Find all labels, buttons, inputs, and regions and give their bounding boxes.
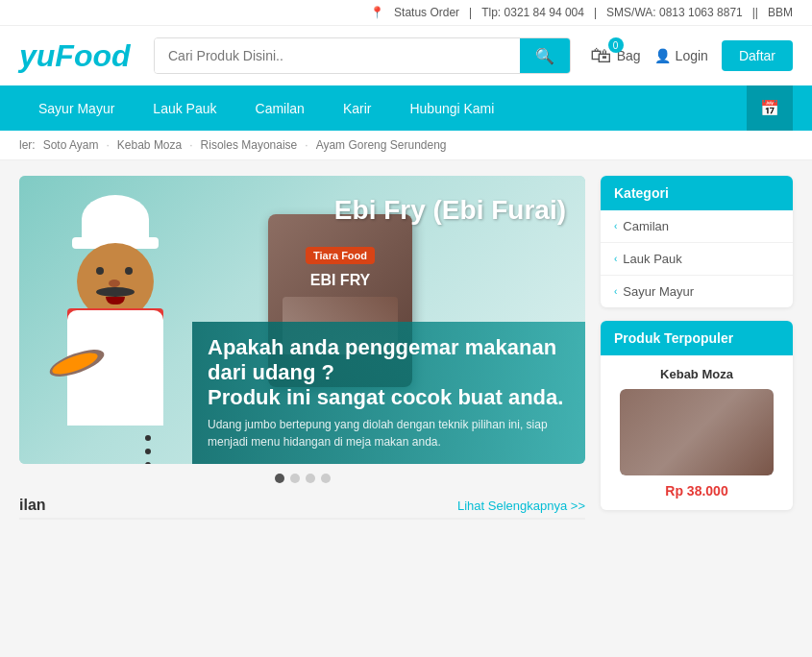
search-button[interactable]: 🔍 [520, 38, 570, 73]
popular-product-price: Rp 38.000 [612, 483, 781, 499]
chef-button-dots [145, 435, 151, 464]
hero-brand-label: Tiara Food [306, 247, 375, 264]
kategori-lauk-pauk[interactable]: ‹ Lauk Pauk [601, 243, 793, 276]
slider-dot-4[interactable] [321, 474, 331, 483]
popular-product-image[interactable] [620, 389, 774, 475]
breadcrumb-item-ayam[interactable]: Ayam Goreng Serundeng [316, 138, 447, 152]
register-button[interactable]: Daftar [722, 40, 793, 71]
breadcrumb-sep1: · [107, 138, 110, 152]
hero-title-overlay: Ebi Fry (Ebi Furai) [334, 195, 566, 226]
chef-eye-right [125, 267, 133, 275]
hero-description: Udang jumbo bertepung yang diolah dengan… [208, 416, 570, 450]
user-icon: 👤 [654, 48, 671, 63]
kategori-widget: Kategori ‹ Camilan ‹ Lauk Pauk ‹ Sayur M… [601, 176, 793, 307]
popular-header: Produk Terpopuler [601, 321, 793, 355]
divider2: | [594, 6, 597, 19]
pin-icon: 📍 [370, 6, 384, 19]
kategori-camilan[interactable]: ‹ Camilan [601, 210, 793, 243]
hero-product-name: EBI FRY [310, 272, 371, 289]
hero-section: Tiara Food EBI FRY Ebi Fry (Ebi Furai) A… [19, 176, 585, 523]
breadcrumb-sep3: · [305, 138, 308, 152]
popular-product-item: Kebab Moza Rp 38.000 [601, 355, 793, 510]
hero-headline-1: Apakah anda penggemar makanan dari udang… [208, 335, 556, 384]
button-dot-3 [145, 462, 151, 464]
breadcrumb-item-soto[interactable]: Soto Ayam [43, 138, 99, 152]
search-bar: 🔍 [154, 37, 571, 74]
chef-illustration [19, 176, 211, 464]
button-dot-2 [145, 449, 151, 454]
kategori-sayur-mayur-label: Sayur Mayur [623, 284, 694, 299]
cart-count: 0 [608, 37, 624, 53]
status-order[interactable]: Status Order [394, 6, 459, 19]
header: yuFood 🔍 🛍 0 Bag 👤 Login Daftar [0, 26, 812, 85]
chef-figure [34, 195, 197, 464]
arrow-icon-camilan: ‹ [614, 221, 617, 231]
product-image-inner [620, 389, 774, 475]
divider3: || [752, 6, 758, 19]
hero-background: Tiara Food EBI FRY Ebi Fry (Ebi Furai) A… [19, 176, 585, 464]
nav-calendar-icon[interactable]: 📅 [747, 85, 793, 131]
kategori-sayur-mayur[interactable]: ‹ Sayur Mayur [601, 276, 793, 307]
button-dot-1 [145, 435, 151, 441]
cart-button[interactable]: 🛍 0 Bag [590, 43, 641, 68]
slider-dot-2[interactable] [290, 474, 300, 483]
arrow-icon-sayur: ‹ [614, 286, 617, 297]
nav-item-camilan[interactable]: Camilan [236, 87, 324, 130]
search-input[interactable] [155, 38, 520, 73]
see-all-link[interactable]: Lihat Selengkapnya >> [457, 499, 585, 513]
chef-mouth [106, 297, 125, 304]
sms-wa: SMS/WA: 0813 1063 8871 [606, 6, 743, 19]
kategori-camilan-label: Camilan [623, 219, 669, 233]
slider-dot-3[interactable] [306, 474, 315, 483]
kategori-header: Kategori [601, 176, 793, 210]
bbm: BBM [768, 6, 793, 19]
breadcrumb-label: ler: [19, 138, 36, 152]
login-button[interactable]: 👤 Login [654, 48, 708, 63]
chef-hat [82, 195, 149, 243]
chef-nose [109, 280, 120, 287]
chef-eye-left [96, 267, 104, 275]
chef-mustache [96, 287, 135, 297]
slider-dots [19, 474, 585, 483]
top-bar: 📍 Status Order | Tlp: 0321 84 94 004 | S… [0, 0, 812, 26]
hero-headline: Apakah anda penggemar makanan dari udang… [208, 335, 570, 410]
right-sidebar: Kategori ‹ Camilan ‹ Lauk Pauk ‹ Sayur M… [601, 176, 793, 523]
hero-headline-2: Produk ini sangat cocok buat anda. [208, 385, 563, 409]
nav-item-hubungi-kami[interactable]: Hubungi Kami [390, 87, 513, 130]
arrow-icon-lauk: ‹ [614, 254, 617, 264]
slider-dot-1[interactable] [275, 474, 284, 483]
hero-main-title: Ebi Fry (Ebi Furai) [334, 195, 566, 226]
nav-item-karir[interactable]: Karir [324, 87, 391, 130]
section-title: ilan [19, 497, 46, 514]
breadcrumb-sep2: · [189, 138, 192, 152]
kategori-lauk-pauk-label: Lauk Pauk [623, 252, 681, 266]
divider: | [469, 6, 472, 19]
nav-item-sayur-mayur[interactable]: Sayur Mayur [19, 87, 134, 130]
breadcrumb: ler: Soto Ayam · Kebab Moza · Risoles Ma… [0, 131, 812, 160]
login-label: Login [676, 48, 708, 63]
main-content: Tiara Food EBI FRY Ebi Fry (Ebi Furai) A… [0, 160, 812, 539]
logo[interactable]: yuFood [19, 38, 135, 74]
popular-widget: Produk Terpopuler Kebab Moza Rp 38.000 [601, 321, 793, 510]
hero-slider: Tiara Food EBI FRY Ebi Fry (Ebi Furai) A… [19, 176, 585, 464]
breadcrumb-item-risoles[interactable]: Risoles Mayonaise [201, 138, 298, 152]
section-header: ilan Lihat Selengkapnya >> [19, 497, 585, 520]
main-nav: Sayur Mayur Lauk Pauk Camilan Karir Hubu… [0, 85, 812, 131]
header-actions: 🛍 0 Bag 👤 Login Daftar [590, 40, 793, 71]
breadcrumb-item-kebab[interactable]: Kebab Moza [117, 138, 182, 152]
hero-text-overlay: Apakah anda penggemar makanan dari udang… [192, 322, 585, 464]
nav-item-lauk-pauk[interactable]: Lauk Pauk [134, 87, 235, 130]
phone-number: Tlp: 0321 84 94 004 [481, 6, 584, 19]
popular-product-name[interactable]: Kebab Moza [612, 367, 781, 381]
